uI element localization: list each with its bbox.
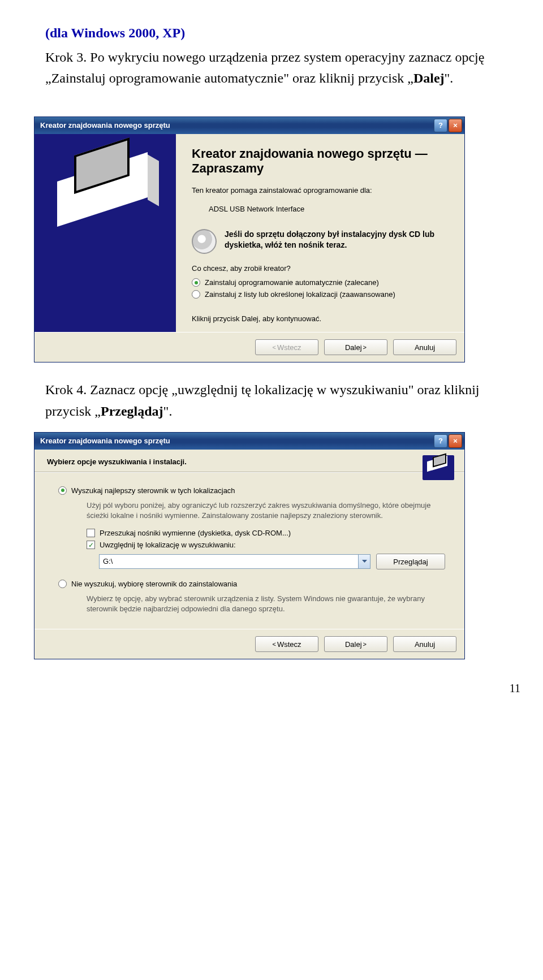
heading-platform: (dla Windows 2000, XP) <box>45 23 503 44</box>
search-help-text: Użyj pól wyboru poniżej, aby ograniczyć … <box>87 500 445 521</box>
subheader-title: Wybierz opcje wyszukiwania i instalacji. <box>47 457 452 466</box>
hardware-graphic <box>57 150 153 223</box>
close-icon[interactable]: × <box>449 434 462 448</box>
browse-button[interactable]: Przeglądaj <box>376 554 445 569</box>
back-label: Wstecz <box>277 640 301 649</box>
cancel-label: Anuluj <box>415 640 435 649</box>
wizard-dialog-1: Kreator znajdowania nowego sprzętu ? × K… <box>34 116 465 363</box>
chevron-down-icon[interactable] <box>358 555 370 568</box>
cd-icon <box>192 229 217 254</box>
radio-icon <box>58 486 67 495</box>
help-icon[interactable]: ? <box>434 434 447 448</box>
window-title: Kreator znajdowania nowego sprzętu <box>40 437 170 445</box>
path-combobox[interactable]: G:\ <box>99 554 370 569</box>
device-name: ADSL USB Network Interface <box>209 205 449 213</box>
back-button[interactable]: <Wstecz <box>255 339 318 355</box>
back-label: Wstecz <box>277 343 301 352</box>
step3-leadin: Krok 3. <box>45 50 87 64</box>
close-icon[interactable]: × <box>449 119 462 132</box>
wizard-intro: Ten kreator pomaga zainstalować oprogram… <box>192 186 449 195</box>
next-button[interactable]: Dalej> <box>324 636 387 652</box>
checkbox-include-location[interactable]: ✓ Uwzględnij tę lokalizację w wyszukiwan… <box>87 541 445 549</box>
cancel-button[interactable]: Anuluj <box>393 636 456 652</box>
step4-leadin: Krok 4. <box>45 382 87 397</box>
hardware-small-icon <box>423 455 454 480</box>
wizard-question: Co chcesz, aby zrobił kreator? <box>192 264 449 273</box>
no-search-help: Wybierz tę opcję, aby wybrać sterownik u… <box>87 594 445 614</box>
cancel-button[interactable]: Anuluj <box>393 339 456 355</box>
checkbox-icon: ✓ <box>87 541 95 549</box>
step4-bold: Przeglądaj <box>101 404 163 418</box>
browse-label: Przeglądaj <box>393 558 428 566</box>
step3-bold: Dalej <box>413 71 445 85</box>
next-label: Dalej <box>345 640 362 649</box>
checkbox-removable[interactable]: Przeszukaj nośniki wymienne (dyskietka, … <box>87 529 445 537</box>
radio-icon <box>192 290 200 299</box>
radio-no-search-label: Nie wyszukuj, wybiorę sterownik do zains… <box>71 580 237 588</box>
radio-icon <box>58 580 67 588</box>
radio-search-locations[interactable]: Wyszukaj najlepszy sterownik w tych loka… <box>58 486 445 495</box>
checkbox-removable-label: Przeszukaj nośniki wymienne (dyskietka, … <box>100 529 291 537</box>
help-icon[interactable]: ? <box>434 119 447 132</box>
radio-auto-label: Zainstaluj oprogramowanie automatycznie … <box>205 278 379 287</box>
radio-auto[interactable]: Zainstaluj oprogramowanie automatycznie … <box>192 278 449 287</box>
button-bar: <Wstecz Dalej> Anuluj <box>35 629 464 659</box>
radio-no-search[interactable]: Nie wyszukuj, wybiorę sterownik do zains… <box>58 580 445 588</box>
cd-instruction: Jeśli do sprzętu dołączony był instalacy… <box>225 229 449 251</box>
next-button[interactable]: Dalej> <box>324 339 387 355</box>
button-bar: <Wstecz Dalej> Anuluj <box>35 332 464 362</box>
titlebar: Kreator znajdowania nowego sprzętu ? × <box>35 433 464 450</box>
window-title: Kreator znajdowania nowego sprzętu <box>40 121 170 129</box>
checkbox-icon <box>87 529 95 537</box>
radio-list[interactable]: Zainstaluj z listy lub określonej lokali… <box>192 290 449 299</box>
titlebar: Kreator znajdowania nowego sprzętu ? × <box>35 117 464 134</box>
step-3: Krok 3. Po wykryciu nowego urządzenia pr… <box>45 47 503 89</box>
wizard-sidebar <box>35 134 176 333</box>
step3-after: ". <box>445 71 454 85</box>
cancel-label: Anuluj <box>415 343 435 352</box>
wizard-heading: Kreator znajdowania nowego sprzętu — Zap… <box>192 146 449 176</box>
checkbox-include-label: Uwzględnij tę lokalizację w wyszukiwaniu… <box>100 541 236 549</box>
continue-hint: Kliknij przycisk Dalej, aby kontynuować. <box>192 314 449 323</box>
path-value: G:\ <box>100 555 358 568</box>
step4-after: ". <box>163 404 173 418</box>
page-number: 11 <box>0 676 543 706</box>
step-4: Krok 4. Zaznacz opcję „uwzględnij tę lok… <box>45 379 503 421</box>
back-button[interactable]: <Wstecz <box>255 636 318 652</box>
wizard-dialog-2: Kreator znajdowania nowego sprzętu ? × W… <box>34 432 465 660</box>
radio-list-label: Zainstaluj z listy lub określonej lokali… <box>205 290 395 299</box>
radio-icon <box>192 278 200 287</box>
radio-search-label: Wyszukaj najlepszy sterownik w tych loka… <box>71 486 235 495</box>
next-label: Dalej <box>345 343 362 352</box>
wizard-subheader: Wybierz opcje wyszukiwania i instalacji. <box>35 450 464 472</box>
